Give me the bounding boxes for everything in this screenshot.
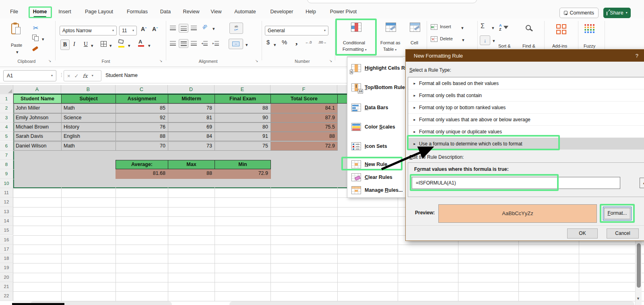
cell[interactable]: 91 <box>215 132 271 141</box>
row-header-18[interactable]: 18 <box>0 254 13 263</box>
row-header-5[interactable]: 5 <box>0 132 13 141</box>
menu-item-highlight-cells-rules[interactable]: ≤Highlight Cells Rules <box>347 60 406 76</box>
new-rule-icon <box>351 160 361 168</box>
cell[interactable]: 88 <box>215 104 271 113</box>
cell[interactable]: Emily Johnson <box>13 113 62 122</box>
summary-label-cell[interactable]: Average: <box>116 160 168 169</box>
menu-item-top-bottom-rules[interactable]: 10Top/Bottom Rules <box>347 79 406 95</box>
gridline <box>13 282 644 282</box>
table-header-cell[interactable]: Assignment <box>116 94 168 104</box>
highlight-cells-rules-icon: ≤ <box>351 64 361 72</box>
cell[interactable]: 75.5 <box>270 122 338 132</box>
rule-type-item-3[interactable]: ►Format only values that are above or be… <box>408 114 644 126</box>
row-header-22[interactable]: 22 <box>0 291 13 301</box>
cell[interactable]: English <box>61 132 116 141</box>
gridline <box>13 291 644 292</box>
cell[interactable]: 81 <box>168 113 215 122</box>
row-header-13[interactable]: 13 <box>0 207 13 216</box>
row-header-20[interactable]: 20 <box>0 273 13 282</box>
row-header-15[interactable]: 15 <box>0 226 13 235</box>
cell[interactable]: 88 <box>116 132 168 141</box>
cell[interactable]: Michael Brown <box>13 122 62 132</box>
cell[interactable]: 76 <box>116 122 168 132</box>
menu-item-color-scales[interactable]: Color Scales <box>347 119 406 135</box>
cell[interactable]: 75 <box>215 141 271 151</box>
ok-button[interactable]: OK <box>567 228 598 239</box>
dialog-title: New Formatting Rule <box>414 53 463 59</box>
dialog-title-bar[interactable]: New Formatting Rule ? <box>406 50 644 62</box>
cell[interactable]: 72.9 <box>270 141 338 151</box>
vertical-scrollbar[interactable]: ▼ <box>635 241 642 305</box>
cell[interactable]: 85 <box>116 104 168 113</box>
cell[interactable]: 88 <box>270 132 338 141</box>
cell[interactable]: Math <box>61 104 116 113</box>
cell[interactable]: 87.9 <box>270 113 338 122</box>
cell[interactable]: 73 <box>168 141 215 151</box>
rule-type-item-0[interactable]: ►Format all cells based on their values <box>408 77 644 89</box>
cell[interactable]: 92 <box>116 113 168 122</box>
row-header-1[interactable]: 1 <box>0 94 13 104</box>
summary-value-cell[interactable]: 72.9 <box>215 169 271 178</box>
menu-item-data-bars[interactable]: Data Bars <box>347 100 406 116</box>
cell[interactable]: Sarah Davis <box>13 132 62 141</box>
table-header-cell[interactable]: Student Name <box>13 94 62 104</box>
summary-label-cell[interactable]: Max <box>168 160 215 169</box>
row-header-7[interactable]: 7 <box>0 151 13 160</box>
dialog-separator <box>406 225 644 226</box>
menu-separator <box>347 57 403 58</box>
summary-value-cell[interactable]: 88 <box>168 169 215 178</box>
table-header-cell[interactable]: Subject <box>61 94 116 104</box>
row-header-4[interactable]: 4 <box>0 122 13 132</box>
rule-marker-icon: ► <box>413 130 416 134</box>
rule-type-label: Format only top or bottom ranked values <box>419 105 506 110</box>
rule-type-item-4[interactable]: ►Format only unique or duplicate values <box>408 126 644 138</box>
row-header-12[interactable]: 12 <box>0 197 13 207</box>
rule-type-item-1[interactable]: ►Format only cells that contain <box>408 89 644 102</box>
select-rule-type-label: Select a Rule Type: <box>409 67 451 73</box>
help-icon[interactable]: ? <box>636 53 638 59</box>
cell[interactable]: Daniel Wilson <box>13 141 62 151</box>
scroll-down-icon[interactable]: ▼ <box>636 297 640 301</box>
cell[interactable]: Math <box>61 141 116 151</box>
row-header-19[interactable]: 19 <box>0 263 13 272</box>
row-header-11[interactable]: 11 <box>0 188 13 197</box>
cancel-button[interactable]: Cancel <box>607 228 639 239</box>
row-header-21[interactable]: 21 <box>0 282 13 291</box>
table-header-cell[interactable]: Total Score <box>270 94 338 104</box>
cell[interactable]: 69 <box>168 122 215 132</box>
rule-type-item-2[interactable]: ►Format only top or bottom ranked values <box>408 102 644 114</box>
collapse-dialog-icon[interactable]: ▴ <box>640 178 644 188</box>
cell[interactable]: History <box>61 122 116 132</box>
format-button[interactable]: Format... <box>603 207 632 220</box>
scrollbar-thumb[interactable] <box>637 243 641 288</box>
row-header-17[interactable]: 17 <box>0 245 13 254</box>
cell[interactable]: John Miller <box>13 104 62 113</box>
cell[interactable]: 78 <box>168 104 215 113</box>
cell[interactable]: 90 <box>215 113 271 122</box>
row-header-6[interactable]: 6 <box>0 141 13 151</box>
row-header-10[interactable]: 10 <box>0 179 13 188</box>
menu-item-label: Manage Rules... <box>365 187 402 193</box>
row-header-16[interactable]: 16 <box>0 235 13 245</box>
row-header-3[interactable]: 3 <box>0 113 13 122</box>
manage-rules-icon <box>351 186 361 194</box>
cell[interactable]: Science <box>61 113 116 122</box>
conditional-formatting-menu: ≤Highlight Cells Rules10Top/Bottom Rules… <box>347 56 406 198</box>
formula-input[interactable]: =ISFORMULA(A1) <box>412 177 620 189</box>
cell[interactable]: 84 <box>168 132 215 141</box>
row-header-2[interactable]: 2 <box>0 104 13 113</box>
cell[interactable]: 84.1 <box>270 104 338 113</box>
row-header-9[interactable]: 9 <box>0 169 13 178</box>
table-header-cell[interactable]: Midterm <box>168 94 215 104</box>
cell[interactable]: 80 <box>215 122 271 132</box>
row-header-8[interactable]: 8 <box>0 160 13 169</box>
table-header-cell[interactable]: Final Exam <box>215 94 271 104</box>
horizontal-scrollbar-right[interactable] <box>229 301 634 305</box>
summary-label-cell[interactable]: Min <box>215 160 271 169</box>
summary-value-cell[interactable]: 81.68 <box>116 169 168 178</box>
row-header-14[interactable]: 14 <box>0 216 13 226</box>
select-all-corner[interactable] <box>0 85 13 94</box>
icon-sets-icon <box>351 142 361 150</box>
cell[interactable]: 70 <box>116 141 168 151</box>
menu-item-manage-rules[interactable]: Manage Rules... <box>347 184 406 196</box>
